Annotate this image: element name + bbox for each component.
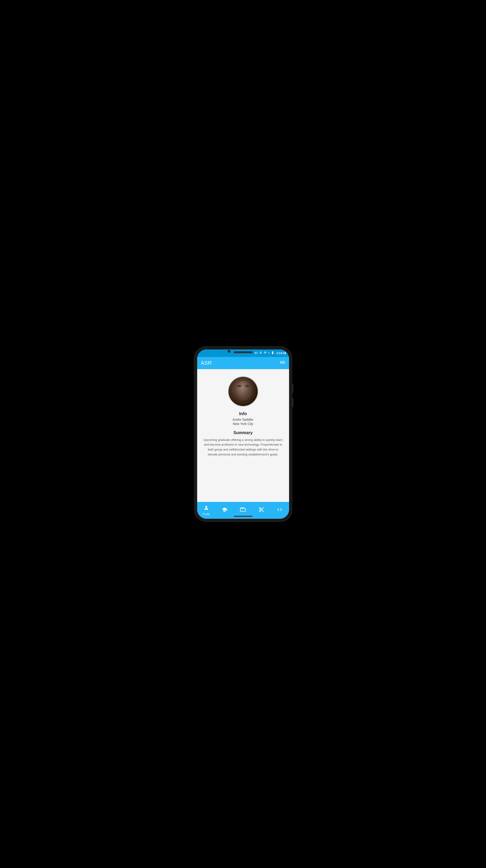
nav-item-skills[interactable] [256,507,267,514]
info-section: Info Andre Saddler New York City [233,411,254,426]
cast-icon [255,351,258,355]
avatar [228,376,258,407]
phone-home-bar [234,516,253,517]
phone-button-right1 [292,384,293,393]
summary-text: Upcoming graduate offering a strong abil… [203,438,284,457]
education-nav-icon [222,507,227,514]
status-icons: ✕ 2:14:28 [255,351,286,355]
signal-icon: ✕ [268,352,270,354]
info-heading: Info [233,411,254,416]
battery-icon [271,351,274,355]
link-icon[interactable] [280,360,285,367]
status-time: 2:14:28 [277,351,286,355]
profile-name: Andre Saddler [233,418,254,422]
avatar-image [229,377,258,406]
profile-location: New York City [233,422,254,426]
phone-camera [228,350,230,353]
app-title: ASR [201,360,212,366]
phone-speaker [234,351,253,353]
wifi-icon [263,351,267,355]
screen: ✕ 2:14:28 ASR [197,349,289,519]
nav-item-code[interactable] [274,507,286,514]
summary-section: Summary Upcoming graduate offering a str… [201,430,285,457]
profile-nav-icon [203,505,209,512]
bluetooth-icon [259,351,262,355]
app-bar: ASR [197,357,289,369]
main-content: Info Andre Saddler New York City Summary… [197,369,289,502]
nav-label-profile: Profile [202,513,210,516]
nav-item-work[interactable] [237,507,249,514]
code-nav-icon [277,507,283,514]
phone-button-right2 [292,398,293,407]
status-bar: ✕ 2:14:28 [197,349,289,357]
nav-item-profile[interactable]: Profile [200,505,212,516]
skills-nav-icon [259,507,264,514]
summary-heading: Summary [203,430,284,435]
work-nav-icon [240,507,246,514]
phone-frame: ✕ 2:14:28 ASR [194,346,292,522]
nav-item-education[interactable] [219,507,230,514]
